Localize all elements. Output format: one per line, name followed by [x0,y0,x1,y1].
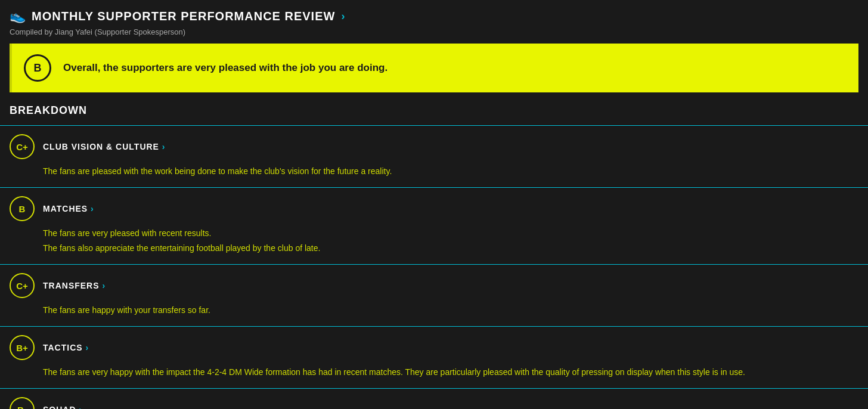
section-header: B+TACTICS › [10,335,858,360]
section-title[interactable]: SQUAD › [43,405,82,409]
section-grade: C+ [10,273,35,298]
section-arrow-icon: › [79,405,82,409]
header-arrow-icon[interactable]: › [341,10,345,23]
section-arrow-icon: › [102,281,106,290]
section-text: The fans also appreciate the entertainin… [43,242,858,255]
section-arrow-icon: › [91,204,94,213]
header-icon: 👟 [10,8,26,24]
section-squad: B-SQUAD ›The fans are pleased that so ma… [0,388,868,409]
section-header: BMATCHES › [10,196,858,221]
section-tactics: B+TACTICS ›The fans are very happy with … [0,326,868,388]
section-body: The fans are very pleased with recent re… [10,227,858,255]
section-grade: B [10,196,35,221]
section-title[interactable]: TACTICS › [43,343,89,352]
section-text: The fans are pleased with the work being… [43,165,858,178]
section-title[interactable]: TRANSFERS › [43,281,106,290]
overall-banner: B Overall, the supporters are very pleas… [10,44,858,92]
section-text: The fans are very happy with the impact … [43,366,858,379]
page-title: MONTHLY SUPPORTER PERFORMANCE REVIEW [32,10,335,23]
compiled-by: Compiled by Jiang Yafei (Supporter Spoke… [0,27,868,44]
overall-grade: B [24,54,51,82]
section-body: The fans are happy with your transfers s… [10,304,858,317]
section-transfers: C+TRANSFERS ›The fans are happy with you… [0,264,868,326]
section-grade: C+ [10,134,35,159]
overall-text: Overall, the supporters are very pleased… [63,62,388,74]
section-text: The fans are very pleased with recent re… [43,227,858,240]
section-club-vision---culture: C+CLUB VISION & CULTURE ›The fans are pl… [0,125,868,187]
section-title[interactable]: CLUB VISION & CULTURE › [43,142,166,151]
section-title[interactable]: MATCHES › [43,204,94,213]
section-matches: BMATCHES ›The fans are very pleased with… [0,187,868,264]
breakdown-title: BREAKDOWN [0,104,868,125]
section-header: B-SQUAD › [10,397,858,409]
section-text: The fans are happy with your transfers s… [43,304,858,317]
section-arrow-icon: › [86,343,89,352]
section-grade: B- [10,397,35,409]
section-grade: B+ [10,335,35,360]
page-header: 👟 MONTHLY SUPPORTER PERFORMANCE REVIEW › [0,0,868,27]
section-body: The fans are pleased with the work being… [10,165,858,178]
section-body: The fans are very happy with the impact … [10,366,858,379]
sections-container: C+CLUB VISION & CULTURE ›The fans are pl… [0,125,868,409]
section-header: C+CLUB VISION & CULTURE › [10,134,858,159]
section-header: C+TRANSFERS › [10,273,858,298]
section-arrow-icon: › [162,142,166,151]
